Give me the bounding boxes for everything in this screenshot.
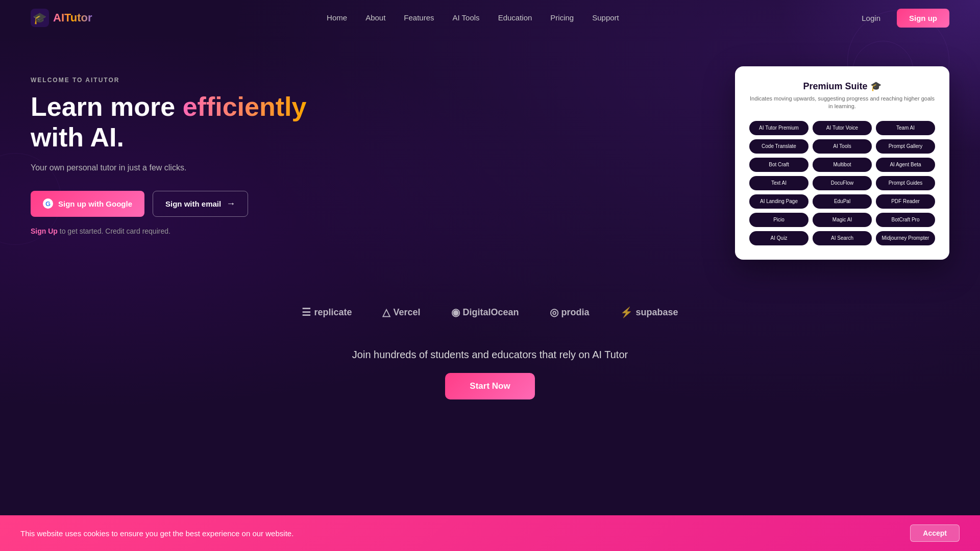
feature-pill: EduPal — [813, 194, 872, 209]
navbar: 🎓 AITutor HomeAboutFeaturesAI ToolsEduca… — [0, 0, 980, 36]
feature-pill: PDF Reader — [876, 194, 935, 209]
headline-part1: Learn more — [31, 92, 183, 121]
hero-buttons: G Sign up with Google Sign with email → — [31, 191, 337, 217]
feature-pill: AI Tutor Premium — [749, 121, 808, 135]
arrow-right-icon: → — [226, 198, 235, 209]
feature-pill: BotCraft Pro — [876, 213, 935, 227]
nav-link-features[interactable]: Features — [404, 13, 434, 22]
partner-symbol: △ — [382, 306, 390, 318]
accept-cookie-button[interactable]: Accept — [910, 524, 960, 542]
signup-email-label: Sign with email — [165, 199, 221, 208]
feature-pill: Team AI — [876, 121, 935, 135]
signup-google-button[interactable]: G Sign up with Google — [31, 191, 144, 217]
hero-headline: Learn more efficiently with AI. — [31, 92, 337, 153]
premium-card-subtitle: Indicates moving upwards, suggesting pro… — [749, 95, 935, 111]
feature-pill: DocuFlow — [813, 176, 872, 190]
partner-symbol: ◎ — [550, 306, 558, 318]
nav-link-pricing[interactable]: Pricing — [550, 13, 574, 22]
nav-link-education[interactable]: Education — [498, 13, 532, 22]
feature-pill: Bot Craft — [749, 158, 808, 172]
partner-label: DigitalOcean — [463, 307, 519, 318]
features-grid: AI Tutor PremiumAI Tutor VoiceTeam AICod… — [749, 121, 935, 245]
join-text: Join hundreds of students and educators … — [31, 349, 949, 361]
partner-logo-DigitalOcean: ◉DigitalOcean — [451, 306, 519, 318]
headline-part2: with AI. — [31, 122, 124, 152]
feature-pill: AI Search — [813, 231, 872, 245]
hero-left: WELCOME TO AITUTOR Learn more efficientl… — [31, 66, 337, 235]
premium-card-title: Premium Suite 🎓 — [749, 81, 935, 92]
signup-link[interactable]: Sign Up — [31, 227, 58, 235]
signup-email-button[interactable]: Sign with email → — [153, 191, 248, 217]
logo[interactable]: 🎓 AITutor — [31, 9, 92, 27]
feature-pill: Text AI — [749, 176, 808, 190]
cookie-banner: This website uses cookies to ensure you … — [0, 515, 980, 551]
hero-subtext: Your own personal tutor in just a few cl… — [31, 163, 337, 172]
feature-pill: AI Quiz — [749, 231, 808, 245]
partner-symbol: ☰ — [302, 306, 311, 318]
partner-symbol: ⚡ — [620, 306, 633, 318]
svg-text:🎓: 🎓 — [33, 11, 47, 25]
feature-pill: Midjourney Prompter — [876, 231, 935, 245]
signup-google-label: Sign up with Google — [58, 199, 132, 208]
partner-label: prodia — [561, 307, 590, 318]
join-section: Join hundreds of students and educators … — [0, 339, 980, 415]
feature-pill: Code Translate — [749, 139, 808, 154]
nav-link-home[interactable]: Home — [327, 13, 347, 22]
nav-link-support[interactable]: Support — [592, 13, 619, 22]
partner-logo-prodia: ◎prodia — [550, 306, 590, 318]
partner-symbol: ◉ — [451, 306, 460, 318]
logo-text: AITutor — [53, 11, 92, 24]
hero-section: WELCOME TO AITUTOR Learn more efficientl… — [0, 36, 980, 291]
signup-note: Sign Up to get started. Credit card requ… — [31, 227, 337, 235]
signup-note-text: to get started. Credit card required. — [58, 227, 170, 235]
feature-pill: Prompt Guides — [876, 176, 935, 190]
headline-highlight: efficiently — [183, 92, 307, 121]
nav-links: HomeAboutFeaturesAI ToolsEducationPricin… — [327, 13, 619, 22]
logo-icon: 🎓 — [31, 9, 49, 27]
premium-card: Premium Suite 🎓 Indicates moving upwards… — [735, 66, 949, 260]
feature-pill: Prompt Gallery — [876, 139, 935, 154]
partner-logo-supabase: ⚡supabase — [620, 306, 678, 318]
feature-pill: Picio — [749, 213, 808, 227]
feature-pill: Magic AI — [813, 213, 872, 227]
feature-pill: Multibot — [813, 158, 872, 172]
partner-logo-replicate: ☰replicate — [302, 306, 352, 318]
feature-pill: AI Tools — [813, 139, 872, 154]
partner-label: Vercel — [393, 307, 420, 318]
nav-actions: Login Sign up — [853, 9, 949, 28]
cookie-text: This website uses cookies to ensure you … — [20, 529, 293, 538]
google-icon: G — [43, 198, 53, 209]
partner-logo-Vercel: △Vercel — [382, 306, 420, 318]
nav-link-ai-tools[interactable]: AI Tools — [453, 13, 480, 22]
welcome-tag: WELCOME TO AITUTOR — [31, 77, 337, 84]
partners-section: ☰replicate△Vercel◉DigitalOcean◎prodia⚡su… — [0, 291, 980, 339]
signup-button[interactable]: Sign up — [897, 9, 949, 28]
login-button[interactable]: Login — [853, 10, 889, 27]
start-now-button[interactable]: Start Now — [445, 373, 534, 399]
partner-label: supabase — [636, 307, 678, 318]
feature-pill: AI Agent Beta — [876, 158, 935, 172]
partner-label: replicate — [314, 307, 352, 318]
nav-link-about[interactable]: About — [365, 13, 385, 22]
feature-pill: AI Landing Page — [749, 194, 808, 209]
feature-pill: AI Tutor Voice — [813, 121, 872, 135]
